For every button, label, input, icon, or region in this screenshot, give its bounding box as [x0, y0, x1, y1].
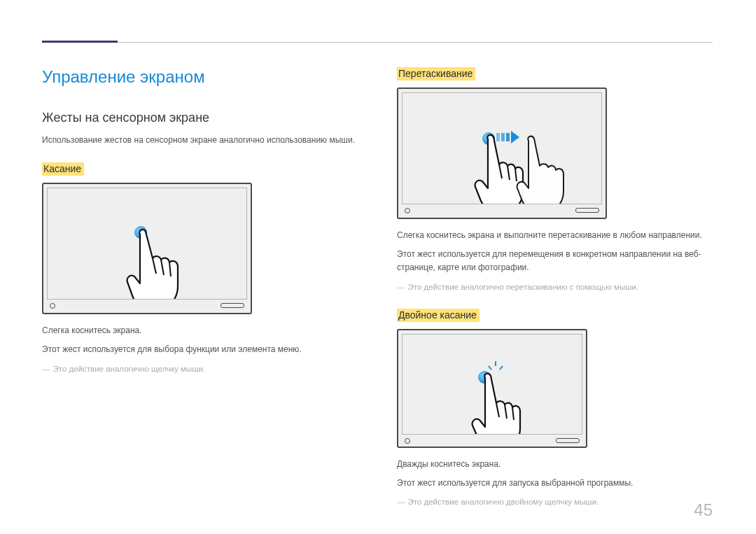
header-accent-bar	[42, 41, 118, 43]
drag-paragraph-1: Слегка коснитесь экрана и выполните пере…	[397, 229, 713, 242]
hand-drag-ghost-icon	[513, 135, 580, 204]
touch-illustration-inner	[47, 188, 247, 300]
doubletap-section-label: Двойное касание	[397, 309, 479, 322]
touch-note: Это действие аналогично щелчку мыши.	[42, 363, 358, 375]
left-column: Управление экраном Жесты на сенсорном эк…	[42, 67, 358, 514]
manual-page: Управление экраном Жесты на сенсорном эк…	[0, 0, 756, 534]
hand-doubletap-icon	[468, 372, 538, 435]
doubletap-note: Это действие аналогично двойному щелчку …	[397, 496, 713, 508]
drag-illustration-inner	[402, 92, 602, 204]
touch-paragraph-1: Слегка коснитесь экрана.	[42, 324, 358, 337]
screen-bezel-controls	[402, 204, 602, 214]
drag-illustration	[397, 87, 607, 219]
drag-note: Это действие аналогично перетаскиванию с…	[397, 281, 713, 293]
screen-bezel-controls	[47, 300, 247, 309]
doubletap-illustration	[397, 329, 587, 448]
intro-paragraph: Использование жестов на сенсорном экране…	[42, 134, 358, 147]
drag-section-label: Перетаскивание	[397, 67, 475, 80]
hand-icon	[125, 227, 202, 300]
header-divider	[42, 42, 713, 43]
page-number: 45	[694, 500, 713, 520]
touch-section-label: Касание	[42, 162, 84, 176]
screen-bezel-controls	[402, 435, 582, 443]
touch-illustration	[42, 183, 252, 314]
doubletap-paragraph-1: Дважды коснитесь экрана.	[397, 458, 713, 471]
page-title: Управление экраном	[42, 67, 358, 87]
touch-paragraph-2: Этот жест используется для выбора функци…	[42, 343, 358, 356]
content-columns: Управление экраном Жесты на сенсорном эк…	[42, 38, 713, 514]
right-column: Перетаскивание Слегка	[397, 67, 713, 514]
drag-paragraph-2: Этот жест используется для перемещения в…	[397, 248, 713, 274]
doubletap-illustration-inner	[402, 334, 582, 435]
doubletap-paragraph-2: Этот жест используется для запуска выбра…	[397, 477, 713, 490]
section-subtitle: Жесты на сенсорном экране	[42, 111, 358, 125]
